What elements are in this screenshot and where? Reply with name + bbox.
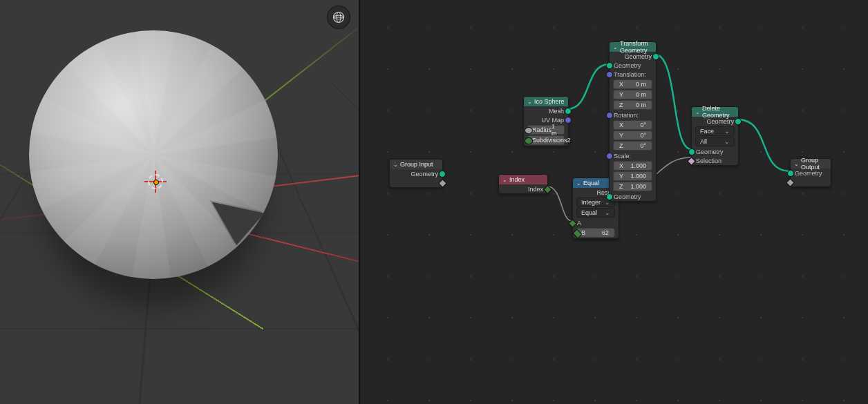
socket-dot[interactable] — [606, 62, 613, 69]
socket-dot[interactable] — [525, 127, 533, 134]
chevron-down-icon: ⌄ — [576, 180, 581, 186]
socket-geometry-in[interactable]: Geometry — [610, 61, 656, 70]
chevron-down-icon: ⌄ — [527, 99, 532, 105]
field-scale-z[interactable]: Z1.000 — [613, 182, 652, 191]
chevron-down-icon: ⌄ — [695, 109, 700, 115]
chevron-down-icon: ⌄ — [393, 162, 398, 168]
node-title: Group Input — [400, 161, 433, 168]
shading-mode-button[interactable] — [327, 6, 350, 29]
socket-dot[interactable] — [606, 71, 613, 78]
socket-geometry-in[interactable]: Geometry — [692, 147, 738, 156]
field-radius[interactable]: Radius1 m — [527, 125, 565, 135]
socket-geometry-in-2[interactable]: Geometry — [610, 192, 656, 201]
node-title: Index — [509, 176, 525, 183]
socket-dot[interactable] — [652, 53, 659, 60]
viewport-3d[interactable] — [0, 0, 360, 404]
cursor-3d[interactable] — [148, 174, 163, 189]
dropdown-domain[interactable]: Face — [695, 126, 735, 136]
field-scale-x[interactable]: X1.000 — [613, 161, 652, 171]
socket-dot[interactable] — [606, 112, 613, 119]
label-translation: Translation: — [610, 70, 656, 79]
cursor-dot-icon — [153, 180, 159, 185]
node-header[interactable]: ⌄Ico Sphere — [524, 97, 568, 106]
chevron-down-icon: ⌄ — [613, 44, 618, 50]
label-rotation: Rotation: — [610, 110, 656, 119]
socket-geometry-out[interactable]: Geometry — [692, 117, 738, 126]
socket-a-in[interactable]: A — [573, 218, 619, 227]
socket-uvmap-out[interactable]: UV Map — [524, 115, 568, 124]
node-delete-geometry[interactable]: ⌄Delete Geometry Geometry Face All Geome… — [691, 106, 739, 166]
node-index[interactable]: ⌄Index Index — [498, 174, 548, 194]
field-rotation-z[interactable]: Z0° — [613, 141, 652, 151]
socket-geometry-out[interactable]: Geometry — [610, 52, 656, 61]
socket-dot[interactable] — [606, 193, 613, 200]
chevron-down-icon: ⌄ — [502, 177, 507, 183]
socket-index-out[interactable]: Index — [499, 184, 547, 193]
node-header[interactable]: ⌄Delete Geometry — [692, 107, 738, 117]
node-transform-geometry[interactable]: ⌄Transform Geometry Geometry Geometry Tr… — [609, 41, 657, 202]
field-translation-x[interactable]: X0 m — [613, 79, 652, 89]
wireframe-sphere-icon — [332, 10, 346, 24]
node-title: Equal — [583, 180, 599, 186]
socket-virtual-in[interactable] — [791, 177, 831, 186]
node-group-output[interactable]: ⌄Group Output Geometry — [790, 158, 831, 187]
node-header[interactable]: ⌄Index — [499, 175, 547, 184]
field-translation-y[interactable]: Y0 m — [613, 90, 652, 99]
socket-dot[interactable] — [606, 153, 613, 160]
node-ico-sphere[interactable]: ⌄Ico Sphere Mesh UV Map Radius1 m Subdiv… — [523, 96, 569, 146]
node-header[interactable]: ⌄Transform Geometry — [610, 42, 656, 52]
socket-dot[interactable] — [735, 118, 742, 125]
node-header[interactable]: ⌄Group Input — [390, 160, 442, 169]
socket-geometry-out[interactable]: Geometry — [390, 169, 442, 178]
socket-dot[interactable] — [439, 171, 446, 177]
dropdown-mode[interactable]: Equal — [576, 208, 615, 218]
node-editor[interactable]: ⌄Group Input Geometry ⌄Ico Sphere Mesh U… — [360, 0, 868, 404]
socket-geometry-in[interactable]: Geometry — [791, 169, 831, 177]
socket-dot[interactable] — [688, 148, 695, 155]
socket-selection-in[interactable]: Selection — [692, 156, 738, 165]
field-rotation-x[interactable]: X0° — [613, 120, 652, 130]
socket-dot[interactable] — [565, 117, 572, 124]
field-subdivisions[interactable]: Subdivisions2 — [527, 135, 565, 145]
field-translation-z[interactable]: Z0 m — [613, 100, 652, 110]
socket-virtual-out[interactable] — [390, 178, 442, 187]
field-scale-y[interactable]: Y1.000 — [613, 171, 652, 181]
dropdown-mode[interactable]: All — [695, 137, 735, 146]
node-header[interactable]: ⌄Group Output — [791, 159, 831, 169]
socket-mesh-out[interactable]: Mesh — [524, 106, 568, 115]
node-group-input[interactable]: ⌄Group Input Geometry — [389, 159, 443, 188]
socket-dot[interactable] — [787, 170, 794, 177]
socket-dot[interactable] — [565, 108, 572, 115]
label-scale: Scale: — [610, 151, 656, 160]
node-title: Ico Sphere — [534, 98, 565, 105]
chevron-down-icon: ⌄ — [794, 161, 799, 167]
field-b[interactable]: B62 — [576, 228, 615, 238]
field-rotation-y[interactable]: Y0° — [613, 131, 652, 140]
socket-dot[interactable] — [525, 137, 533, 144]
